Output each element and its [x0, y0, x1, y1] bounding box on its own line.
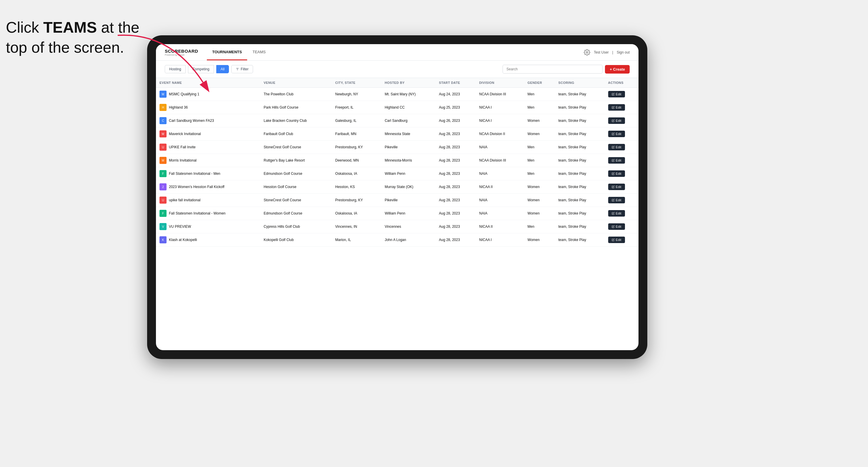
cell-division: NAIA: [476, 141, 524, 154]
event-logo: U: [159, 196, 166, 204]
event-logo: F: [159, 210, 166, 217]
edit-button[interactable]: Edit: [608, 210, 625, 217]
cell-hosted-by: Carl Sandburg: [381, 114, 435, 127]
brand-logo: SCOREBOARD Powered by Clippit: [165, 49, 198, 56]
cell-division: NCAA Division III: [476, 88, 524, 101]
settings-icon[interactable]: [584, 49, 590, 56]
cell-actions: Edit: [604, 141, 639, 154]
event-name-text: Carl Sandburg Women FA23: [169, 119, 214, 123]
cell-division: NICAA II: [476, 220, 524, 234]
cell-event-name: U UPIKE Fall Invite: [156, 141, 260, 154]
tab-tournaments[interactable]: TOURNAMENTS: [207, 44, 247, 60]
cell-hosted-by: Vincennes: [381, 220, 435, 234]
cell-gender: Women: [524, 127, 555, 141]
edit-button[interactable]: Edit: [608, 157, 625, 164]
table-row: F Fall Statesmen Invitational - Men Edmu…: [156, 167, 639, 180]
table-row: U upike fall invitational StoneCrest Gol…: [156, 194, 639, 207]
svg-point-1: [586, 52, 588, 53]
cell-start-date: Aug 24, 2023: [435, 88, 476, 101]
event-logo: H: [159, 104, 166, 111]
cell-hosted-by: Pikeville: [381, 194, 435, 207]
cell-division: NCAA Division III: [476, 154, 524, 167]
cell-start-date: Aug 28, 2023: [435, 220, 476, 234]
nav-right: Test User | Sign out: [584, 49, 630, 56]
event-name-text: Fall Statesmen Invitational - Men: [169, 172, 220, 176]
cell-gender: Women: [524, 234, 555, 247]
cell-venue: Hesston Golf Course: [260, 180, 332, 194]
cell-scoring: team, Stroke Play: [555, 101, 604, 114]
cell-gender: Women: [524, 207, 555, 220]
hosting-tab[interactable]: Hosting: [165, 65, 186, 73]
cell-start-date: Aug 28, 2023: [435, 154, 476, 167]
cell-start-date: Aug 28, 2023: [435, 167, 476, 180]
cell-venue: Faribault Golf Club: [260, 127, 332, 141]
event-logo: U: [159, 144, 166, 151]
table-row: K Klash at Kokopelli Kokopelli Golf Club…: [156, 234, 639, 247]
edit-button[interactable]: Edit: [608, 91, 625, 97]
edit-button[interactable]: Edit: [608, 131, 625, 137]
tournaments-table: EVENT NAME VENUE CITY, STATE HOSTED BY S…: [156, 78, 639, 247]
all-tab[interactable]: All: [216, 65, 229, 73]
cell-division: NICAA I: [476, 101, 524, 114]
table-row: M MSMC Qualifying 1 The Powelton Club Ne…: [156, 88, 639, 101]
cell-actions: Edit: [604, 234, 639, 247]
event-name-text: MSMC Qualifying 1: [169, 92, 199, 96]
edit-icon: [612, 146, 615, 149]
cell-event-name: M Maverick Invitational: [156, 127, 260, 141]
cell-event-name: M Morris Invitational: [156, 154, 260, 167]
event-name-text: Maverick Invitational: [169, 132, 201, 136]
edit-button[interactable]: Edit: [608, 237, 625, 243]
cell-actions: Edit: [604, 180, 639, 194]
edit-button[interactable]: Edit: [608, 170, 625, 177]
cell-gender: Women: [524, 180, 555, 194]
table-row: H Highland 36 Park Hills Golf Course Fre…: [156, 101, 639, 114]
cell-venue: Park Hills Golf Course: [260, 101, 332, 114]
event-logo: M: [159, 91, 166, 98]
cell-hosted-by: William Penn: [381, 167, 435, 180]
cell-hosted-by: William Penn: [381, 207, 435, 220]
event-name-text: Morris Invitational: [169, 158, 196, 162]
edit-button[interactable]: Edit: [608, 197, 625, 203]
search-input[interactable]: [502, 65, 602, 73]
edit-button[interactable]: Edit: [608, 223, 625, 230]
competing-tab[interactable]: Competing: [188, 65, 214, 73]
event-logo: C: [159, 117, 166, 124]
cell-venue: Lake Bracken Country Club: [260, 114, 332, 127]
event-logo: V: [159, 223, 166, 230]
instruction-text: Click TEAMS at thetop of the screen.: [6, 18, 140, 57]
edit-icon: [612, 212, 615, 215]
edit-button[interactable]: Edit: [608, 117, 625, 124]
tablet-screen: SCOREBOARD Powered by Clippit TOURNAMENT…: [156, 44, 639, 350]
cell-start-date: Aug 28, 2023: [435, 180, 476, 194]
cell-scoring: team, Stroke Play: [555, 141, 604, 154]
edit-button[interactable]: Edit: [608, 144, 625, 150]
cell-event-name: F Fall Statesmen Invitational - Women: [156, 207, 260, 220]
cell-hosted-by: John A Logan: [381, 234, 435, 247]
edit-icon: [612, 172, 615, 175]
cell-start-date: Aug 25, 2023: [435, 101, 476, 114]
col-start-date: START DATE: [435, 78, 476, 88]
edit-icon: [612, 238, 615, 241]
edit-icon: [612, 106, 615, 109]
brand-subtitle: Powered by Clippit: [165, 54, 198, 56]
cell-venue: Kokopelli Golf Club: [260, 234, 332, 247]
cell-gender: Men: [524, 141, 555, 154]
edit-button[interactable]: Edit: [608, 104, 625, 111]
col-venue: VENUE: [260, 78, 332, 88]
cell-actions: Edit: [604, 114, 639, 127]
col-gender: GENDER: [524, 78, 555, 88]
create-button[interactable]: + Create: [605, 65, 630, 73]
cell-scoring: team, Stroke Play: [555, 180, 604, 194]
cell-gender: Men: [524, 154, 555, 167]
filter-button[interactable]: Filter: [231, 65, 253, 73]
table-row: F Fall Statesmen Invitational - Women Ed…: [156, 207, 639, 220]
user-name: Test User: [594, 50, 609, 55]
edit-button[interactable]: Edit: [608, 184, 625, 190]
col-division: DIVISION: [476, 78, 524, 88]
tab-teams[interactable]: TEAMS: [247, 44, 271, 60]
cell-event-name: K Klash at Kokopelli: [156, 234, 260, 247]
col-actions: ACTIONS: [604, 78, 639, 88]
col-scoring: SCORING: [555, 78, 604, 88]
sign-out-link[interactable]: Sign out: [617, 50, 630, 55]
cell-start-date: Aug 28, 2023: [435, 141, 476, 154]
